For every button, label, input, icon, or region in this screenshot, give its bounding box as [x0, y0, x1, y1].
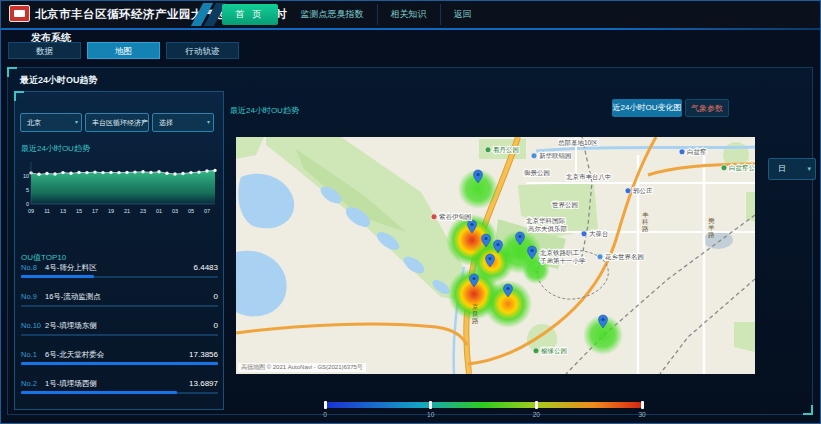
scale-tick-label: 0	[323, 411, 327, 418]
svg-text:子弟第十一小学: 子弟第十一小学	[540, 257, 586, 265]
svg-text:15: 15	[76, 208, 82, 214]
park-select-value: 丰台区循环经济产	[92, 119, 148, 126]
nav-item[interactable]: 首 页	[222, 4, 278, 25]
top-item-name: 4号-筛分上料区	[45, 263, 97, 273]
scale-tick-label: 20	[533, 411, 540, 418]
city-select[interactable]: 北京▾	[20, 113, 82, 132]
scale-tick-label: 30	[638, 411, 645, 418]
svg-text:0: 0	[26, 201, 29, 207]
scale-tick-marker	[535, 401, 538, 409]
scale-tick-label: 10	[427, 411, 434, 418]
nav-item[interactable]: 监测点恶臭指数	[288, 4, 378, 25]
main-nav: 首 页监测点恶臭指数相关知识返回	[222, 4, 485, 25]
tab-地图[interactable]: 地图	[87, 42, 160, 59]
site-select[interactable]: 选择▾	[152, 113, 214, 132]
top-item-bar-fill	[21, 275, 94, 278]
ou-top-title: OU值TOP10	[21, 252, 66, 263]
site-select-value: 选择	[159, 119, 173, 126]
svg-text:花乡世界名园: 花乡世界名园	[604, 253, 644, 261]
scale-tick-marker	[324, 401, 327, 409]
trend-chart-title: 最近24小时OU趋势	[21, 143, 90, 154]
svg-text:03: 03	[172, 208, 178, 214]
top-list-item: No.102号-填埋场东侧0	[21, 321, 218, 350]
app-logo-icon	[9, 5, 30, 22]
svg-text:北京铁路职工: 北京铁路职工	[540, 249, 580, 257]
map-svg: 看丹公园总部基地10区新华联锦园御景公园北京市丰台八中郭公庄白盆窑白盆窑公园世界…	[236, 137, 755, 374]
top-list-item: No.84号-筛分上料区6.4483	[21, 263, 218, 292]
view-tabs: 数据地图行动轨迹	[8, 42, 245, 59]
main-panel: 最近24小时OU趋势 北京▾丰台区循环经济产▾选择▾ 最近24小时OU趋势 05…	[7, 67, 813, 415]
top-item-value: 13.6897	[189, 379, 218, 388]
trend-card: 北京▾丰台区循环经济产▾选择▾ 最近24小时OU趋势 0510 09111315…	[14, 91, 224, 410]
top-item-value: 0	[214, 292, 218, 301]
svg-text:5: 5	[26, 187, 29, 193]
map-section-title: 最近24小时OU趋势	[230, 105, 299, 116]
svg-text:19: 19	[108, 208, 114, 214]
scale-tick-marker	[641, 401, 644, 409]
svg-text:总部基地10区: 总部基地10区	[557, 139, 598, 147]
top-item-rank: No.8	[21, 263, 45, 272]
chevron-down-icon: ▾	[75, 114, 78, 131]
panel-corner-decoration	[7, 67, 17, 77]
svg-text:北京市丰台八中: 北京市丰台八中	[566, 173, 612, 181]
svg-text:11: 11	[44, 208, 50, 214]
top-item-bar-fill	[21, 391, 177, 394]
nav-item[interactable]: 相关知识	[378, 4, 441, 25]
tab-行动轨迹[interactable]: 行动轨迹	[166, 42, 239, 59]
tab-数据[interactable]: 数据	[8, 42, 81, 59]
ou-top-list: No.84号-筛分上料区6.4483No.916号-流动监测点0No.102号-…	[21, 263, 218, 408]
top-item-name: 16号-流动监测点	[45, 292, 101, 302]
svg-text:北京华科国际: 北京华科国际	[526, 217, 566, 225]
period-select[interactable]: 日 ▾	[768, 158, 816, 180]
svg-text:05: 05	[188, 208, 194, 214]
weather-params-button[interactable]: 气象参数	[685, 99, 729, 117]
svg-text:白盆窑公园: 白盆窑公园	[729, 164, 755, 172]
svg-text:白盆窑: 白盆窑	[687, 148, 707, 156]
chevron-down-icon: ▾	[142, 114, 145, 131]
svg-text:新华联锦园: 新华联锦园	[539, 152, 572, 159]
top-item-name: 2号-填埋场东侧	[45, 321, 97, 331]
svg-text:大葆台: 大葆台	[589, 230, 609, 238]
ou-trend-chart: 0510 091113151719212301030507	[17, 158, 223, 220]
filter-selects: 北京▾丰台区循环经济产▾选择▾	[20, 113, 217, 132]
app-window: 北京市丰台区循环经济产业园大气恶臭状况实时 首 页监测点恶臭指数相关知识返回 发…	[0, 0, 821, 424]
top-item-name: 1号-填埋场西侧	[45, 379, 97, 389]
svg-text:07: 07	[204, 208, 210, 214]
top-item-rank: No.1	[21, 350, 45, 359]
top-item-rank: No.9	[21, 292, 45, 301]
svg-text:京良路: 京良路	[472, 303, 479, 325]
top-list-item: No.16号-北天堂村委会17.3856	[21, 350, 218, 379]
period-select-value: 日	[778, 164, 786, 173]
panel-title: 最近24小时OU趋势	[20, 74, 98, 87]
svg-text:世界公园: 世界公园	[552, 201, 578, 208]
city-select-value: 北京	[27, 119, 41, 126]
top-item-value: 0	[214, 321, 218, 330]
top-item-bar-track	[21, 334, 218, 336]
svg-text:13: 13	[60, 208, 66, 214]
svg-text:21: 21	[124, 208, 130, 214]
chevron-down-icon: ▾	[807, 159, 811, 179]
svg-text:御景公园: 御景公园	[524, 169, 550, 176]
heat-scale-bar: 0102030	[325, 402, 642, 408]
svg-text:郭公庄: 郭公庄	[633, 187, 653, 195]
svg-text:看丹公园: 看丹公园	[493, 146, 519, 154]
svg-text:高尔夫俱乐部: 高尔夫俱乐部	[528, 225, 567, 233]
top-item-bar-fill	[21, 362, 218, 365]
chevron-down-icon: ▾	[207, 114, 210, 131]
chart-x-axis: 091113151719212301030507	[28, 208, 210, 214]
card-corner-decoration	[14, 91, 24, 101]
svg-text:17: 17	[92, 208, 98, 214]
svg-text:01: 01	[156, 208, 162, 214]
svg-text:09: 09	[28, 208, 34, 214]
nav-item[interactable]: 返回	[441, 4, 485, 25]
ou-change-chart-button[interactable]: 近24小时OU变化图	[612, 99, 682, 117]
map-attribution: 高德地图 © 2021 AutoNavi - GS(2021)6375号	[238, 363, 366, 372]
top-list-item: No.916号-流动监测点0	[21, 292, 218, 321]
park-select[interactable]: 丰台区循环经济产▾	[85, 113, 149, 132]
top-item-value: 6.4483	[194, 263, 218, 272]
header-bar: 北京市丰台区循环经济产业园大气恶臭状况实时 首 页监测点恶臭指数相关知识返回	[1, 1, 820, 28]
top-list-item: No.21号-填埋场西侧13.6897	[21, 379, 218, 408]
map-canvas[interactable]: 看丹公园总部基地10区新华联锦园御景公园北京市丰台八中郭公庄白盆窑白盆窑公园世界…	[236, 137, 755, 374]
svg-text:10: 10	[23, 173, 29, 179]
svg-text:丰科路: 丰科路	[642, 211, 649, 233]
